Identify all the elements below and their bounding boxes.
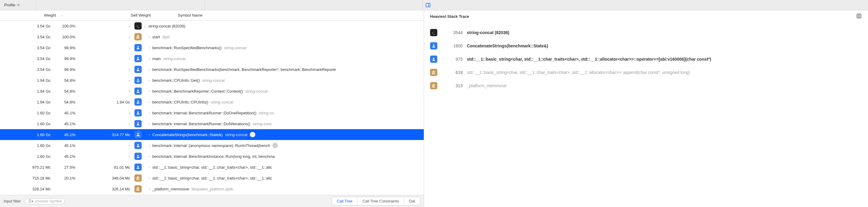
more-arrow-icon[interactable]: → bbox=[273, 143, 278, 148]
svg-rect-25 bbox=[136, 190, 140, 191]
weight-value: 3.54 Gc bbox=[14, 35, 51, 39]
disclosure-down-icon[interactable]: ⌄ bbox=[144, 24, 146, 28]
table-row[interactable]: 1.60 Gc45.1%314.77 Mc›ConcatenateStrings… bbox=[0, 129, 424, 140]
table-row[interactable]: 1.60 Gc45.1%-›benchmark::internal::Bench… bbox=[0, 108, 424, 118]
svg-rect-2 bbox=[136, 36, 137, 38]
table-row[interactable]: 1.94 Gc54.8%-›benchmark::CPUInfo::Get()s… bbox=[0, 75, 424, 86]
self-weight-value: - bbox=[82, 143, 133, 148]
disclosure-right-icon[interactable]: › bbox=[149, 57, 150, 60]
svg-rect-20 bbox=[138, 178, 139, 180]
stack-symbol: string-concat (82038) bbox=[467, 30, 862, 35]
weight-pct: 99.9% bbox=[54, 56, 75, 61]
disclosure-right-icon[interactable]: › bbox=[149, 90, 150, 93]
view-mode-segment: Call TreeCall Tree ConstraintsDat bbox=[332, 197, 420, 206]
disclosure-right-icon[interactable]: › bbox=[149, 122, 150, 125]
svg-rect-3 bbox=[137, 36, 138, 38]
view-mode-call-tree-constraints[interactable]: Call Tree Constraints bbox=[358, 197, 404, 205]
disclosure-right-icon[interactable]: › bbox=[149, 144, 150, 147]
disclosure-right-icon[interactable]: › bbox=[149, 46, 150, 50]
weight-pct: 54.8% bbox=[54, 89, 75, 93]
stack-count: 313 bbox=[441, 83, 463, 88]
symbol-name: benchmark::internal::BenchmarkInstance::… bbox=[152, 154, 275, 159]
svg-rect-24 bbox=[138, 188, 139, 190]
library-name: dyld bbox=[162, 35, 170, 39]
svg-rect-37 bbox=[433, 85, 434, 87]
svg-rect-22 bbox=[136, 188, 137, 190]
column-symbol[interactable]: Symbol Name bbox=[157, 13, 424, 18]
stack-trace-panel: Heaviest Stack Trace ›_3544string-concat… bbox=[424, 10, 868, 207]
disclosure-right-icon[interactable]: › bbox=[149, 177, 150, 180]
self-weight-value: - bbox=[82, 89, 133, 93]
weight-value: 3.54 Gc bbox=[14, 46, 51, 50]
person-icon bbox=[134, 44, 142, 51]
symbol-name: string-concat (82038) bbox=[148, 24, 185, 28]
self-weight-value: 81.01 Mc bbox=[82, 165, 133, 170]
column-weight[interactable]: Weight ⌄ bbox=[0, 13, 82, 18]
disclosure-right-icon[interactable]: › bbox=[149, 133, 150, 137]
table-row[interactable]: 1.94 Gc54.8%-›benchmark::BenchmarkReport… bbox=[0, 86, 424, 96]
disclosure-right-icon[interactable]: › bbox=[149, 100, 150, 104]
person-icon bbox=[134, 142, 142, 149]
symbol-name: benchmark::internal::BenchmarkRunner::Do… bbox=[152, 122, 250, 126]
table-row[interactable]: 3.54 Gc100.0%-›_⌄string-concat (82038) bbox=[0, 21, 424, 31]
table-row[interactable]: 326.14 Mc326.14 Mc›_platform_memmovelibs… bbox=[0, 183, 424, 194]
input-filter-label: Input filter bbox=[4, 199, 21, 203]
top-tab-slot-1[interactable] bbox=[36, 0, 205, 10]
disclosure-right-icon[interactable]: › bbox=[149, 79, 150, 82]
involves-symbol-placeholder: Involves Symbol bbox=[35, 199, 61, 203]
disclosure-right-icon[interactable]: › bbox=[149, 111, 150, 115]
involves-symbol-filter[interactable]: ☰▾ Involves Symbol bbox=[25, 198, 65, 204]
table-row[interactable]: 3.54 Gc99.9%-›benchmark::RunSpecifiedBen… bbox=[0, 64, 424, 75]
table-row[interactable]: 1.60 Gc45.1%-›benchmark::internal::Bench… bbox=[0, 118, 424, 129]
stack-row[interactable]: 618std::__1::basic_string<char, std::__1… bbox=[430, 66, 862, 79]
stack-row[interactable]: 313_platform_memmove bbox=[430, 79, 862, 92]
table-row[interactable]: 3.54 Gc100.0%-›startdyld bbox=[0, 31, 424, 42]
svg-rect-38 bbox=[434, 85, 435, 87]
focus-arrow-icon[interactable]: → bbox=[250, 132, 255, 137]
table-row[interactable]: 1.60 Gc45.1%-›benchmark::internal::(anon… bbox=[0, 140, 424, 151]
top-right-space bbox=[433, 0, 868, 10]
self-weight-value: 1.94 Gc bbox=[82, 100, 133, 105]
table-row[interactable]: 715.18 Mc20.1%348.04 Mc›std::__1::basic_… bbox=[0, 173, 424, 183]
table-row[interactable]: 3.54 Gc99.9%-›mainstring-concat bbox=[0, 53, 424, 64]
table-body: 3.54 Gc100.0%-›_⌄string-concat (82038)3.… bbox=[0, 21, 424, 195]
svg-rect-36 bbox=[432, 85, 433, 87]
disclosure-right-icon[interactable]: › bbox=[149, 187, 150, 191]
profile-tab-label: Profile bbox=[4, 3, 16, 7]
sidebar-toggle-icon[interactable] bbox=[423, 0, 433, 10]
profile-tab[interactable]: Profile ⇅ bbox=[0, 0, 36, 10]
disclosure-right-icon[interactable]: › bbox=[149, 155, 150, 158]
table-row[interactable]: 975.21 Mc27.5%81.01 Mc›std::__1::basic_s… bbox=[0, 162, 424, 173]
stack-row[interactable]: 1600ConcatenateStrings(benchmark::State&… bbox=[430, 39, 862, 53]
disclosure-right-icon[interactable]: › bbox=[149, 35, 150, 39]
library-name: string-concat bbox=[211, 100, 233, 105]
stack-symbol: std::__1::basic_string<char, std::__1::c… bbox=[467, 57, 862, 62]
library-icon bbox=[134, 185, 142, 193]
column-self[interactable]: Self Weight bbox=[82, 13, 157, 18]
library-name: string-conc bbox=[253, 122, 272, 126]
filter-icon: ☰▾ bbox=[28, 199, 33, 203]
stack-row[interactable]: ›_3544string-concat (82038) bbox=[430, 26, 862, 39]
self-weight-value: 326.14 Mc bbox=[82, 187, 133, 191]
view-mode-dat[interactable]: Dat bbox=[404, 197, 420, 205]
symbol-name: benchmark::CPUInfo::Get() bbox=[152, 78, 200, 83]
svg-point-7 bbox=[137, 57, 139, 59]
disclosure-right-icon[interactable]: › bbox=[149, 68, 150, 71]
stack-row[interactable]: 975std::__1::basic_string<char, std::__1… bbox=[430, 53, 862, 66]
weight-pct: 45.1% bbox=[54, 122, 75, 126]
symbol-name: benchmark::CPUInfo::CPUInfo() bbox=[152, 100, 208, 105]
view-mode-call-tree[interactable]: Call Tree bbox=[332, 197, 358, 205]
weight-value: 3.54 Gc bbox=[14, 56, 51, 61]
updown-icon: ⇅ bbox=[17, 3, 20, 7]
stack-count: 1600 bbox=[441, 43, 463, 48]
svg-point-9 bbox=[137, 79, 139, 80]
table-row[interactable]: 1.94 Gc54.8%1.94 Gc›benchmark::CPUInfo::… bbox=[0, 96, 424, 108]
svg-rect-23 bbox=[137, 188, 138, 190]
table-row[interactable]: 3.54 Gc99.9%-›benchmark::RunSpecifiedBen… bbox=[0, 42, 424, 53]
table-row[interactable]: 1.60 Gc45.1%-›benchmark::internal::Bench… bbox=[0, 151, 424, 162]
disclosure-right-icon[interactable]: › bbox=[149, 166, 150, 169]
symbol-name: benchmark::RunSpecifiedBenchmarks() bbox=[152, 46, 221, 50]
weight-pct: 100.0% bbox=[54, 24, 75, 28]
settings-icon[interactable] bbox=[856, 13, 862, 20]
weight-value: 3.54 Gc bbox=[14, 67, 51, 72]
